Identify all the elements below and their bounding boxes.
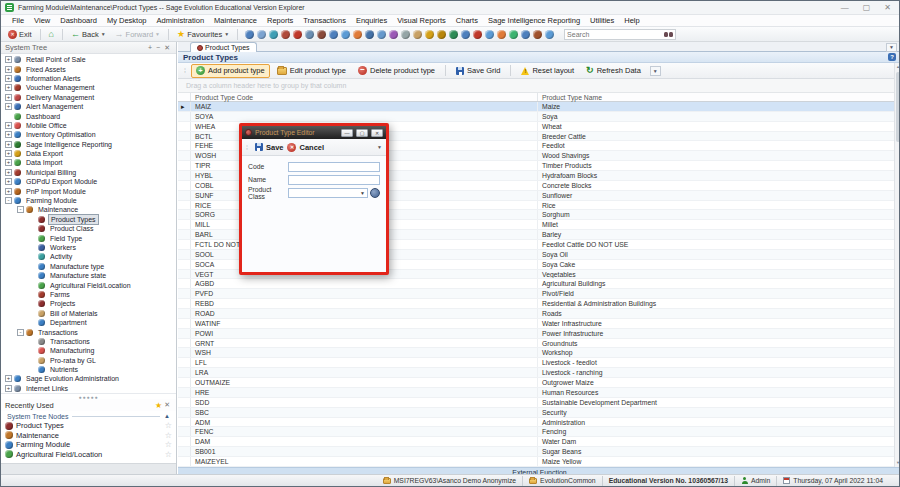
module-shortcut-icon[interactable]	[269, 30, 278, 39]
menu-my-desktop[interactable]: My Desktop	[102, 16, 152, 25]
binoculars-search-icon[interactable]	[664, 32, 673, 37]
sidebar-item-voucher-management[interactable]: +Voucher Management	[1, 83, 176, 92]
sidebar-item-farming-module[interactable]: -Farming Module	[1, 196, 176, 205]
sidebar-item-product-class[interactable]: Product Class	[1, 224, 176, 233]
recent-item-product-types[interactable]: Product Types☆	[1, 421, 176, 431]
sidebar-item-mobile-office[interactable]: +Mobile Office	[1, 121, 176, 130]
sidebar-item-nutrients[interactable]: Nutrients	[1, 365, 176, 374]
module-shortcut-icon[interactable]	[509, 30, 518, 39]
table-row[interactable]: HREHuman Resources	[178, 388, 900, 398]
sidebar-item-workers[interactable]: Workers	[1, 243, 176, 252]
tab-overflow-button[interactable]: ▼	[886, 43, 897, 52]
sidebar-item-transactions[interactable]: Transactions	[1, 337, 176, 346]
expand-icon[interactable]: +	[5, 56, 12, 63]
module-shortcut-icon[interactable]	[281, 30, 290, 39]
module-shortcut-icon[interactable]	[497, 30, 506, 39]
close-pane-icon[interactable]: ✕	[162, 44, 172, 52]
table-row[interactable]: LFLLivestock - feedlot	[178, 358, 900, 368]
module-shortcut-icon[interactable]	[461, 30, 470, 39]
menu-file[interactable]: File	[7, 16, 29, 25]
module-shortcut-icon[interactable]	[341, 30, 350, 39]
module-shortcut-icon[interactable]	[485, 30, 494, 39]
sidebar-item-internet-links[interactable]: +Internet Links	[1, 384, 176, 393]
sidebar-item-fixed-assets[interactable]: +Fixed Assets	[1, 64, 176, 73]
sidebar-item-department[interactable]: Department	[1, 318, 176, 327]
dialog-close-icon[interactable]: ✕	[371, 129, 383, 137]
sidebar-item-manufacture-type[interactable]: Manufacture type	[1, 262, 176, 271]
sidebar-item-municipal-billing[interactable]: +Municipal Billing	[1, 168, 176, 177]
module-shortcut-icon[interactable]	[473, 30, 482, 39]
sidebar-item-projects[interactable]: Projects	[1, 299, 176, 308]
sidebar-item-inventory-optimisation[interactable]: +Inventory Optimisation	[1, 130, 176, 139]
toolbar-overflow-button[interactable]: ▼	[650, 66, 661, 76]
sidebar-item-delivery-management[interactable]: +Delivery Management	[1, 93, 176, 102]
forward-button[interactable]: → Forward ▼	[112, 29, 163, 40]
table-row[interactable]: LRALivestock - ranching	[178, 368, 900, 378]
module-shortcut-icon[interactable]	[437, 30, 446, 39]
menu-sage-intelligence-reporting[interactable]: Sage Intelligence Reporting	[483, 16, 585, 25]
table-row[interactable]: PVFDPivot/Field	[178, 289, 900, 299]
table-row[interactable]: ROADRoads	[178, 309, 900, 319]
expand-icon[interactable]: +	[5, 75, 12, 82]
module-shortcut-icon[interactable]	[353, 30, 362, 39]
sidebar-item-information-alerts[interactable]: +Information Alerts	[1, 74, 176, 83]
add-product-type-button[interactable]: +Add product type	[191, 64, 270, 78]
recently-used-group[interactable]: System Tree Nodes ▲	[1, 411, 176, 421]
expand-all-button[interactable]: +	[146, 44, 154, 52]
sidebar-item-pnp-import-module[interactable]: +PnP Import Module	[1, 186, 176, 195]
exit-button[interactable]: Exit	[5, 29, 35, 40]
expand-icon[interactable]: +	[5, 159, 12, 166]
scrollbar-thumb[interactable]	[896, 72, 900, 142]
product-class-lookup-button[interactable]	[370, 188, 380, 198]
expand-icon[interactable]: +	[5, 131, 12, 138]
menu-help[interactable]: Help	[619, 16, 644, 25]
module-shortcut-icon[interactable]	[521, 30, 530, 39]
scroll-down-icon[interactable]: ▼	[895, 459, 900, 467]
table-row[interactable]: ADMAdministration	[178, 418, 900, 428]
menu-dashboard[interactable]: Dashboard	[55, 16, 102, 25]
table-row[interactable]: REBDResidential & Administration Buildin…	[178, 299, 900, 309]
favourite-star-icon[interactable]: ☆	[165, 431, 172, 440]
save-button[interactable]: Save	[255, 143, 284, 152]
expand-icon[interactable]: +	[5, 150, 12, 157]
sidebar-item-farms[interactable]: Farms	[1, 290, 176, 299]
table-row[interactable]: SBCSecurity	[178, 408, 900, 418]
expand-icon[interactable]: +	[5, 385, 12, 392]
reset-layout-button[interactable]: Reset layout	[516, 64, 579, 78]
table-row[interactable]: OUTMAIZEOutgrower Maize	[178, 378, 900, 388]
delete-product-type-button[interactable]: −Delete product type	[353, 64, 440, 78]
sidebar-item-retail-point-of-sale[interactable]: +Retail Point of Sale	[1, 55, 176, 64]
sidebar-item-dashboard[interactable]: Dashboard	[1, 111, 176, 120]
expand-icon[interactable]: +	[5, 375, 12, 382]
module-shortcut-icon[interactable]	[293, 30, 302, 39]
toolbar-overflow-icon[interactable]: ▼	[377, 144, 382, 150]
expand-icon[interactable]: +	[5, 122, 12, 129]
expand-icon[interactable]: +	[5, 94, 12, 101]
recent-item-farming-module[interactable]: Farming Module☆	[1, 440, 176, 450]
sidebar-item-data-export[interactable]: +Data Export	[1, 149, 176, 158]
favourites-button[interactable]: ★ Favourites ▼	[174, 29, 232, 40]
sidebar-item-field-type[interactable]: Field Type	[1, 233, 176, 242]
sidebar-item-data-import[interactable]: +Data Import	[1, 158, 176, 167]
scroll-up-icon[interactable]: ▲	[895, 63, 900, 71]
column-header-code[interactable]: Product Type Code	[191, 93, 538, 101]
favourite-star-icon[interactable]: ☆	[165, 450, 172, 459]
menu-visual-reports[interactable]: Visual Reports	[392, 16, 451, 25]
table-row[interactable]: FENCFencing	[178, 427, 900, 437]
table-row[interactable]: MAIZEYELMaize Yellow	[178, 457, 900, 467]
sidebar-item-sage-evolution-administration[interactable]: +Sage Evolution Administration	[1, 374, 176, 383]
sidebar-item-product-types[interactable]: Product Types	[1, 215, 176, 224]
table-row[interactable]: SOYASoya	[178, 112, 900, 122]
recent-item-maintenance[interactable]: Maintenance☆	[1, 431, 176, 441]
refresh-data-button[interactable]: ↻Refresh Data	[581, 64, 646, 78]
sidebar-item-manufacturing[interactable]: Manufacturing	[1, 346, 176, 355]
expand-icon[interactable]: +	[5, 103, 12, 110]
module-shortcut-icon[interactable]	[365, 30, 374, 39]
module-shortcut-icon[interactable]	[257, 30, 266, 39]
module-shortcut-icon[interactable]	[305, 30, 314, 39]
sidebar-item-bill-of-materials[interactable]: Bill of Materials	[1, 309, 176, 318]
table-row[interactable]: WSHWorkshop	[178, 348, 900, 358]
table-row[interactable]: POWIPower Infrastructure	[178, 329, 900, 339]
expand-icon[interactable]: +	[5, 178, 12, 185]
module-shortcut-icon[interactable]	[401, 30, 410, 39]
